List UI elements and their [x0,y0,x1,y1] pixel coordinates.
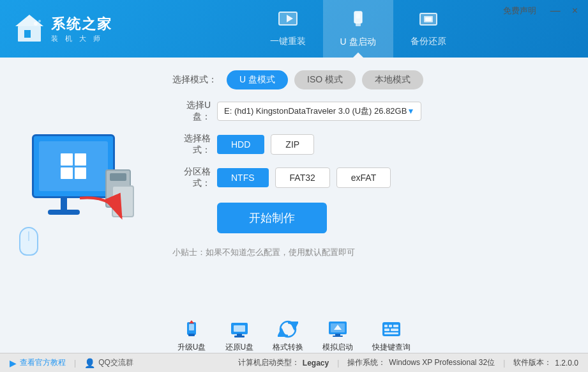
usb-select-row: 选择U盘： E: (hd1) KingstonDataTraveler 3.0 … [172,100,562,123]
usb-select-value: E: (hd1) KingstonDataTraveler 3.0 (U盘) 2… [224,105,407,117]
monitor [32,134,115,198]
svg-rect-32 [389,325,392,327]
logo-icon [13,13,46,44]
mode-local-btn[interactable]: 本地模式 [362,70,423,89]
qq-link[interactable]: QQ交流群 [98,357,133,368]
logo-title: 系统之家 [51,15,112,34]
upgrade-usb-icon [180,319,203,339]
svg-rect-36 [384,332,398,334]
simulate-boot-label: 模拟启动 [322,342,353,353]
svg-rect-12 [425,17,432,21]
version-value: 1.2.0.0 [555,359,578,368]
svg-rect-33 [393,325,398,327]
tip-text: 小贴士：如果不知道怎么配置，使用默认配置即可 [172,247,562,258]
mode-selector-row: 选择模式： U 盘模式 ISO 模式 本地模式 [172,70,562,89]
simulate-boot-icon [326,319,349,339]
format-hdd-btn[interactable]: HDD [217,135,264,154]
partition-select-row: 分区格式： NTFS FAT32 exFAT [172,166,562,189]
toolbar-simulate-boot[interactable]: 模拟启动 [322,319,353,353]
tab-reinstall-label: 一键重装 [270,36,306,47]
toolbar-shortcut-query[interactable]: 快捷键查询 [372,319,411,353]
svg-rect-8 [356,13,360,19]
partition-label: 分区格式： [172,166,211,189]
partition-ntfs-btn[interactable]: NTFS [217,168,269,187]
format-zip-btn[interactable]: ZIP [271,134,314,155]
toolbar-format-convert[interactable]: 格式转换 [273,319,303,353]
svg-point-4 [38,20,41,22]
tab-reinstall[interactable]: 一键重装 [253,0,323,58]
format-select-label: 选择格式： [172,133,211,156]
boot-type-value: Legacy [303,359,329,368]
status-divider2: | [337,359,339,368]
svg-point-3 [34,22,38,26]
right-panel: 选择模式： U 盘模式 ISO 模式 本地模式 选择U盘： E: (hd1) K… [147,58,588,339]
svg-rect-31 [384,325,388,327]
partition-exfat-btn[interactable]: exFAT [336,167,391,188]
tab-usb-label: U 盘启动 [340,36,376,48]
restore-usb-label: 还原U盘 [225,342,254,353]
main-area: 选择模式： U 盘模式 ISO 模式 本地模式 选择U盘： E: (hd1) K… [0,58,588,339]
svg-rect-19 [234,325,245,332]
format-convert-icon [276,319,299,339]
svg-rect-35 [391,329,398,331]
monitor-screen [39,141,108,191]
bottom-toolbar: 升级U盘 还原U盘 [0,319,588,353]
version-label: 软件版本： [513,357,552,368]
free-statement-link[interactable]: 免费声明 [503,5,536,17]
monitor-stand [61,198,67,211]
svg-rect-9 [356,23,361,26]
status-bar: ▶ 查看官方教程 | 👤 QQ交流群 计算机启动类型： Legacy | 操作系… [0,353,588,372]
start-btn-row: 开始制作 [172,199,562,233]
svg-marker-17 [189,320,194,323]
tutorial-icon: ▶ [10,358,17,368]
usb-icon [349,10,368,34]
left-panel [0,58,147,339]
start-make-button[interactable]: 开始制作 [217,203,327,233]
os-label: 操作系统： [347,357,386,368]
partition-fat32-btn[interactable]: FAT32 [275,167,330,188]
logo-area: 系统之家 装 机 大 师 [0,13,128,44]
toolbar-restore-usb[interactable]: 还原U盘 [225,319,254,353]
qq-icon: 👤 [84,358,95,368]
logo-text: 系统之家 装 机 大 师 [51,15,112,43]
tab-usb[interactable]: U 盘启动 [323,0,393,58]
toolbar-upgrade-usb[interactable]: 升级U盘 [177,319,206,353]
restore-usb-icon [228,319,251,339]
upgrade-usb-label: 升级U盘 [177,342,206,353]
svg-rect-2 [24,30,31,38]
usb-select-label: 选择U盘： [172,100,211,123]
usb-select-dropdown[interactable]: E: (hd1) KingstonDataTraveler 3.0 (U盘) 2… [217,102,421,121]
tab-backup[interactable]: 备份还原 [393,0,464,58]
logo-subtitle: 装 机 大 师 [51,34,112,43]
svg-rect-34 [384,329,389,331]
status-divider1: | [74,359,76,368]
svg-rect-15 [189,324,194,330]
tab-backup-label: 备份还原 [411,36,446,47]
mode-label: 选择模式： [172,74,217,86]
boot-type-label: 计算机启动类型： [238,357,299,368]
format-convert-label: 格式转换 [273,342,303,353]
shortcut-query-icon [380,319,403,339]
os-value: Windows XP Professional 32位 [389,357,495,368]
mouse-illustration [19,227,38,256]
tutorial-link[interactable]: 查看官方教程 [20,357,66,368]
reinstall-icon [278,11,298,33]
dropdown-arrow-icon: ▼ [407,107,414,116]
svg-point-22 [280,322,296,337]
mode-usb-btn[interactable]: U 盘模式 [227,70,288,89]
backup-icon [419,11,438,33]
format-select-row: 选择格式： HDD ZIP [172,133,562,156]
mode-iso-btn[interactable]: ISO 模式 [294,70,356,89]
shortcut-query-label: 快捷键查询 [372,342,411,353]
pc-illustration [13,134,134,262]
status-divider3: | [503,359,505,368]
title-bar: 免费声明 — × [498,0,588,22]
svg-rect-29 [333,336,343,337]
svg-rect-16 [188,334,195,336]
windows-logo-icon [61,153,86,179]
red-arrow-icon [73,192,131,227]
minimize-button[interactable]: — [545,4,566,18]
svg-rect-21 [234,336,245,337]
close-button[interactable]: × [567,4,583,18]
